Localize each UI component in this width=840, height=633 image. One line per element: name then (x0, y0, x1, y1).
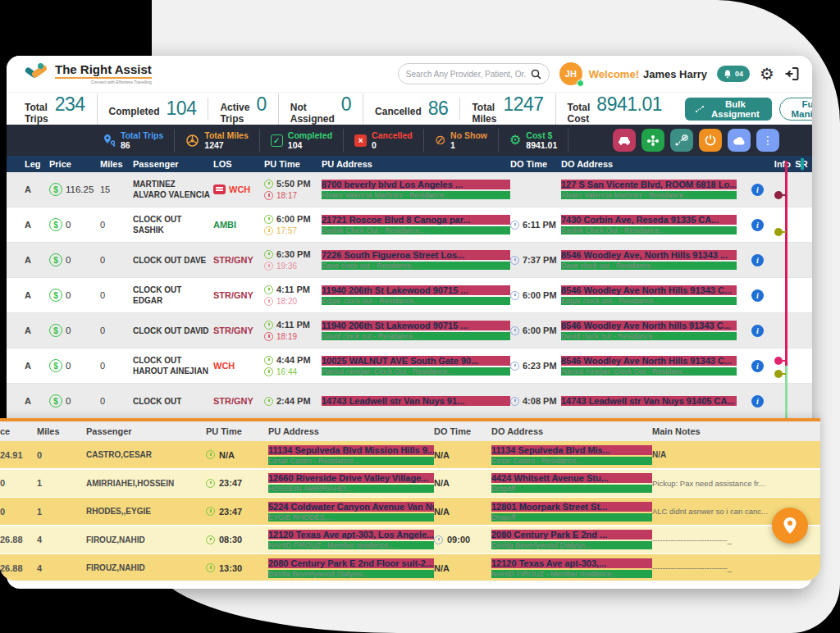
sr-status-dot[interactable] (774, 357, 783, 365)
clock-icon (264, 180, 273, 189)
table-row[interactable]: 26.88 4 FIROUZ,NAHID 08:30 12120 Texas A… (0, 526, 820, 553)
col-miles[interactable]: Miles (37, 426, 86, 436)
col-price-clipped[interactable]: ce (0, 426, 37, 436)
col-do-time[interactable]: DO Time (434, 426, 491, 436)
table-row[interactable]: A $0 0 CLOCK OUT STR/GNY 2:44 PM 14743 L… (7, 384, 812, 419)
bottom-table-header: ce Miles Passenger PU Time PU Address DO… (0, 421, 820, 441)
table-row[interactable]: A $0 0 CLOCK OUT DAVID STR/GNY 4:11 PM18… (7, 313, 812, 348)
clock-icon (206, 535, 215, 544)
table-row[interactable]: A $0 0 CLOCK OUT DAVE STR/GNY 6:30 PM19:… (7, 243, 812, 278)
map-pin-fab[interactable] (772, 508, 808, 544)
stats-bar: Total Trips234 Completed104 Active Trips… (7, 92, 812, 125)
search-icon[interactable] (531, 69, 541, 80)
cancelled-x-icon: × (354, 134, 367, 147)
info-icon[interactable]: i (751, 219, 764, 231)
col-pu-address[interactable]: PU Address (268, 426, 434, 436)
table-row[interactable]: 24.91 0 CASTRO,CESAR N/A 11134 Sepulveda… (0, 441, 820, 468)
table-row[interactable]: 26.88 4 FIROUZ,NAHID 13:30 2080 Century … (0, 554, 820, 581)
sr-status-line-red (785, 161, 788, 366)
dollar-icon: $ (49, 253, 62, 266)
info-icon[interactable]: i (751, 360, 764, 372)
clock-icon (206, 450, 215, 459)
stat-total-trips: Total Trips234 (25, 93, 98, 125)
col-passenger[interactable]: Passenger (86, 426, 206, 436)
col-leg[interactable]: Leg (25, 159, 49, 169)
more-options-button[interactable]: ⋮ (756, 129, 779, 152)
notifications-button[interactable]: 04 (717, 66, 750, 82)
stat-completed: Completed104 (109, 98, 209, 120)
dollar-icon: $ (49, 289, 62, 302)
clock-icon (264, 367, 273, 376)
col-main-notes[interactable]: Main Notes (652, 426, 820, 436)
toolbar-cancelled: × Cancelled0 (354, 129, 424, 152)
col-pu-time[interactable]: PU Time (264, 159, 322, 169)
bell-icon (724, 70, 732, 79)
group-assign-button[interactable] (641, 129, 664, 152)
clock-icon (510, 397, 519, 406)
chat-bubble-icon[interactable] (213, 184, 226, 194)
clock-icon (264, 332, 273, 341)
toolbar-cost: ⚙ Cost $8941.01 (509, 129, 568, 152)
bulk-assignment-button[interactable]: Bulk Assigment (685, 98, 772, 121)
stat-total-cost: Total Cost8941.01 (568, 93, 673, 125)
search-box[interactable] (398, 63, 550, 84)
clock-icon (264, 321, 273, 330)
col-info[interactable]: Info (737, 159, 791, 169)
location-pin-icon (783, 517, 797, 535)
app-title: The Right Assist (55, 63, 152, 79)
power-export-button[interactable] (699, 129, 722, 152)
clock-icon (264, 250, 273, 259)
col-pu-time[interactable]: PU Time (206, 426, 268, 436)
col-do-address[interactable]: DO Address (561, 159, 737, 169)
kebab-icon: ⋮ (762, 134, 774, 147)
info-icon[interactable]: i (751, 254, 764, 266)
col-los[interactable]: LOS (213, 159, 264, 169)
toolbar-actions: ⋮ (613, 129, 812, 152)
taxi-icon (185, 134, 199, 147)
sr-status-dot[interactable] (774, 228, 783, 236)
cloud-icon (733, 136, 746, 145)
clock-icon (264, 356, 273, 365)
cost-gear-icon: ⚙ (509, 134, 521, 147)
col-miles[interactable]: Miles (100, 159, 133, 169)
sr-status-dot[interactable] (774, 191, 783, 199)
user-name: James Harry (643, 68, 707, 80)
full-manifest-button[interactable]: Full Manifest (779, 98, 812, 121)
clock-icon (264, 262, 273, 271)
col-do-time[interactable]: DO Time (510, 159, 561, 169)
toolbar-total-trips: Total Trips86 (103, 129, 175, 152)
dollar-icon: $ (49, 324, 62, 337)
stat-total-miles: Total Miles1247 (472, 93, 555, 125)
logout-icon[interactable] (784, 66, 799, 81)
search-input[interactable] (406, 70, 526, 79)
sr-status-dot[interactable] (774, 370, 783, 378)
clock-icon (264, 397, 273, 406)
col-pu-address[interactable]: PU Address (322, 159, 510, 169)
table-row[interactable]: A $0 0 CLOCK OUT SASHIK AMBI 6:00 PM17:5… (7, 207, 812, 243)
col-passenger[interactable]: Passenger (133, 159, 213, 169)
avatar[interactable]: JH (559, 62, 582, 85)
table-row[interactable]: A $0 0 CLOCK OUT EDGAR STR/GNY 4:11 PM18… (7, 278, 812, 313)
table-row[interactable]: A $116.25 15 MARTINEZ ALVARO VALENCIA WC… (7, 172, 812, 207)
info-icon[interactable]: i (751, 184, 764, 196)
col-do-address[interactable]: DO Address (491, 426, 652, 436)
table-row[interactable]: 0 1 RHODES,,EYGIE 23:47 5224 Coldwater C… (0, 498, 820, 525)
clock-icon (510, 362, 519, 371)
scroll-indicator (801, 158, 804, 170)
car-icon (618, 135, 631, 145)
clock-icon (206, 563, 215, 572)
col-price[interactable]: Price (49, 159, 100, 169)
app-logo: The Right Assist Connect with Effortless… (25, 63, 152, 84)
app-header: The Right Assist Connect with Effortless… (7, 56, 812, 92)
info-icon[interactable]: i (751, 395, 764, 408)
table-row[interactable]: A $0 0 CLOCK OUT HAROUT AINEJIAN WCH 4:4… (7, 348, 812, 384)
settings-gear-icon[interactable]: ⚙ (760, 66, 774, 82)
manifest-table-header: Leg Price Miles Passenger LOS PU Time PU… (7, 156, 812, 172)
cloud-sync-button[interactable] (728, 129, 751, 152)
dollar-icon: $ (49, 394, 62, 408)
info-icon[interactable]: i (751, 289, 764, 302)
dispatch-car-button[interactable] (613, 129, 636, 152)
table-row[interactable]: 0 1 AMIRRIAHEI,HOSSEIN 23:47 12660 River… (0, 470, 820, 497)
add-route-button[interactable] (670, 129, 693, 152)
info-icon[interactable]: i (751, 325, 764, 337)
